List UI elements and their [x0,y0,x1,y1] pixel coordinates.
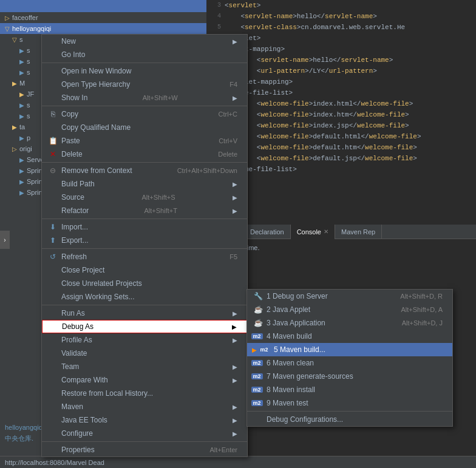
separator [42,219,247,219]
lb-item-label: 中央仓库. [5,434,33,443]
menu-item-export[interactable]: ⬆ Export... [42,234,247,247]
file-icon: ▶ [19,58,24,65]
file-icon: ▶ [19,157,24,163]
menu-label: Profile As [61,336,92,344]
menu-item-properties[interactable]: Properties Alt+Enter [42,443,247,456]
file-icon: ▶ [19,135,24,141]
menu-item-validate[interactable]: Validate [42,347,247,360]
file-icon: ▶ [19,69,24,76]
export-icon: ⬆ [47,236,59,245]
menu-item-refactor[interactable]: Refactor Alt+Shift+T ▶ [42,204,247,217]
menu-label: Refresh [61,253,87,261]
tree-item-helloyangqiqi[interactable]: ▽ helloyangqiqi [0,23,206,34]
java-applet-icon: ☕ [252,305,264,314]
menu-item-import[interactable]: ⬇ Import... [42,220,247,234]
lb-item-label: helloyangqiqi [5,424,44,431]
side-arrow-button[interactable]: › [0,231,10,249]
menu-item-close-project[interactable]: Close Project [42,263,247,277]
menu-item-restore-history[interactable]: Restore from Local History... [42,387,247,400]
tree-item-label: faceoffer [12,14,38,21]
submenu-item-maven-install[interactable]: m2 8 Maven install [247,383,452,396]
menu-item-java-ee-tools[interactable]: Java EE Tools ▶ [42,413,247,427]
submenu-item-maven-build[interactable]: m2 4 Maven build [247,330,452,343]
tree-item-label: origi [19,145,32,152]
menu-item-new[interactable]: New ▶ [42,35,247,48]
tree-item-label: helloyangqiqi [12,25,51,32]
copy-icon: ⎘ [47,110,59,118]
menu-item-maven[interactable]: Maven ▶ [42,400,247,413]
menu-label: Refactor [61,206,89,215]
menu-item-profile-as[interactable]: Profile As ▶ [42,333,247,347]
code-line-3: 3 <servlet> [206,0,476,11]
menu-item-team[interactable]: Team ▶ [42,360,247,373]
arrow-icon: ▶ [233,377,237,384]
tab-maven-rep[interactable]: Maven Rep [335,225,382,239]
menu-label: Open in New Window [61,67,131,75]
menu-item-open-new-window[interactable]: Open in New Window [42,64,247,78]
menu-item-remove-context[interactable]: ⊖ Remove from Context Ctrl+Alt+Shift+Dow… [42,164,247,177]
arrow-icon: ▶ [233,430,237,437]
submenu-item-debug-on-server[interactable]: 🔧 1 Debug on Server Alt+Shift+D, R [247,290,452,303]
menu-item-paste[interactable]: 📋 Paste Ctrl+V [42,134,247,148]
arrow-icon: ▶ [232,324,237,330]
menu-item-source[interactable]: Source Alt+Shift+S ▶ [42,191,247,204]
menu-item-configure[interactable]: Configure ▶ [42,427,247,440]
menu-item-compare-with[interactable]: Compare With ▶ [42,373,247,387]
tab-declaration[interactable]: Declaration [244,225,291,239]
menu-item-copy[interactable]: ⎘ Copy Ctrl+C [42,107,247,121]
tab-declaration-label: Declaration [250,228,284,236]
menu-item-assign-sets[interactable]: Assign Working Sets... [42,290,247,304]
menu-item-gointo[interactable]: Go Into [42,48,247,61]
menu-label: Restore from Local History... [61,389,153,398]
separator [42,162,247,163]
arrow-icon: ▶ [233,364,237,370]
submenu-item-maven-build-dots[interactable]: ▶ m2 5 Maven build... [247,343,452,356]
menu-item-close-unrelated[interactable]: Close Unrelated Projects [42,277,247,290]
shortcut-label: Ctrl+V [219,137,237,144]
tree-item-label: s [27,58,30,65]
menu-item-delete[interactable]: ✕ Delete Delete [42,148,247,161]
submenu-item-maven-generate[interactable]: m2 7 Maven generate-sources [247,370,452,383]
code-line-5: 5 <servlet-class>cn.domarvel.web.servlet… [206,22,476,33]
menu-label: 3 Java Application [267,319,325,327]
menu-item-build-path[interactable]: Build Path ▶ [42,177,247,191]
menu-label: Java EE Tools [61,416,107,424]
menu-label: Source [61,193,84,202]
tree-item-label: s [27,101,30,109]
menu-label: Build Path [61,180,95,188]
java-app-icon: ☕ [252,319,264,327]
menu-label: New [61,37,76,46]
menu-item-copy-qualified[interactable]: Copy Qualified Name [42,121,247,134]
submenu-item-debug-configs[interactable]: Debug Configurations... [247,413,452,426]
paste-icon: 📋 [47,137,59,145]
shortcut-label: F5 [229,253,237,260]
tab-close-icon[interactable]: ✕ [324,228,328,235]
menu-item-run-as[interactable]: Run As ▶ [42,307,247,320]
menu-label: Properties [61,446,95,454]
tab-console[interactable]: Console ✕ [291,225,335,239]
menu-label: 2 Java Applet [267,305,310,314]
menu-item-debug-as[interactable]: Debug As ▶ [42,320,247,333]
submenu-item-java-applet[interactable]: ☕ 2 Java Applet Alt+Shift+D, A [247,303,452,316]
menu-label: Close Unrelated Projects [61,279,142,288]
shortcut-label: Alt+Enter [209,446,237,453]
menu-item-refresh[interactable]: ↺ Refresh F5 [42,250,247,263]
tree-item-label: Sprin [27,189,42,196]
submenu-item-maven-clean[interactable]: m2 6 Maven clean [247,356,452,370]
separator [42,63,247,63]
maven-test-icon: m2 [252,400,264,406]
menu-item-open-type-hierarchy[interactable]: Open Type Hierarchy F4 [42,78,247,91]
menu-label: Export... [61,236,89,245]
submenu-item-java-app[interactable]: ☕ 3 Java Application Alt+Shift+D, J [247,316,452,330]
shortcut-label: Ctrl+C [219,110,237,118]
folder-icon: ▽ [5,25,10,32]
menu-item-show-in[interactable]: Show In Alt+Shift+W ▶ [42,91,247,104]
file-icon: ▶ [19,178,24,185]
separator [42,305,247,305]
tree-item-label: Sprin [27,167,42,174]
submenu-item-maven-test[interactable]: m2 9 Maven test [247,396,452,410]
tree-item-label: s [27,47,30,54]
menu-label: Validate [61,349,87,358]
maven-build-dots-icon: m2 [259,347,271,353]
tree-item-faceoffer[interactable]: ▷ faceoffer [0,12,206,23]
